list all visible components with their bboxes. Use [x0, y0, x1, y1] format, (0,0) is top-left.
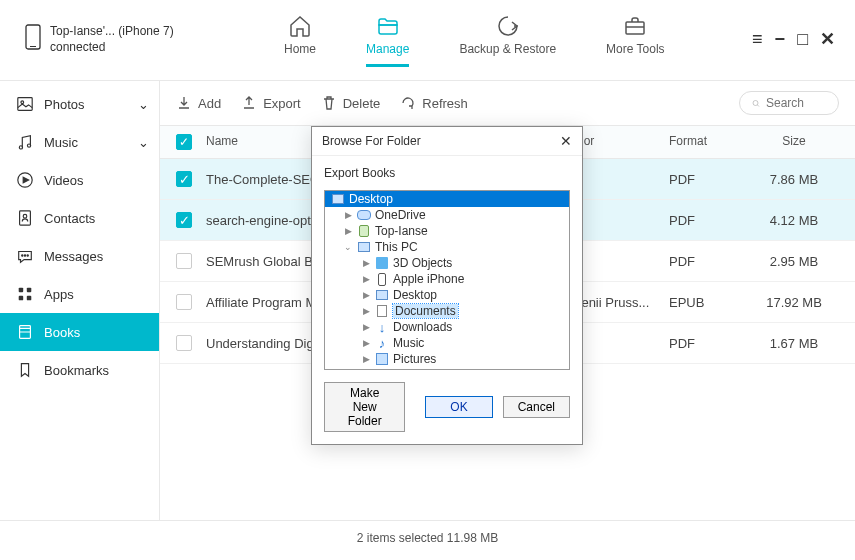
trash-icon	[321, 95, 337, 111]
apps-icon	[16, 285, 34, 303]
nav-backup-label: Backup & Restore	[459, 42, 556, 56]
sidebar-music-label: Music	[44, 135, 78, 150]
svg-point-6	[27, 144, 30, 147]
minimize-button[interactable]: −	[775, 29, 786, 50]
videos-icon	[16, 171, 34, 189]
cell-format: PDF	[669, 336, 749, 351]
nav-home[interactable]: Home	[284, 14, 316, 67]
contacts-icon	[16, 209, 34, 227]
nav-manage-label: Manage	[366, 42, 409, 56]
maximize-button[interactable]: □	[797, 29, 808, 50]
tree-node-3dobjects[interactable]: ▶3D Objects	[325, 255, 569, 271]
close-button[interactable]: ✕	[820, 28, 835, 50]
select-all-checkbox[interactable]: ✓	[176, 134, 192, 150]
search-input[interactable]	[766, 96, 826, 110]
toolbar: Add Export Delete Refresh	[160, 81, 855, 126]
sidebar-item-bookmarks[interactable]: Bookmarks	[0, 351, 159, 389]
sidebar-contacts-label: Contacts	[44, 211, 95, 226]
cell-format: EPUB	[669, 295, 749, 310]
svg-rect-14	[27, 288, 32, 293]
toolbox-icon	[623, 14, 647, 38]
sidebar-messages-label: Messages	[44, 249, 103, 264]
cell-size: 4.12 MB	[749, 213, 839, 228]
status-bar: 2 items selected 11.98 MB	[0, 520, 855, 555]
tree-node-documents[interactable]: ▶Documents	[325, 303, 569, 319]
refresh-icon	[400, 95, 416, 111]
svg-rect-16	[27, 296, 32, 301]
sidebar-item-apps[interactable]: Apps	[0, 275, 159, 313]
col-size[interactable]: Size	[749, 134, 839, 150]
folder-icon	[376, 14, 400, 38]
home-icon	[288, 14, 312, 38]
device-name: Top-Ianse'... (iPhone 7)	[50, 24, 174, 40]
svg-point-18	[753, 100, 758, 105]
tree-node-desktop[interactable]: ▶Desktop	[325, 287, 569, 303]
header: Top-Ianse'... (iPhone 7) connected Home …	[0, 0, 855, 80]
svg-point-11	[24, 255, 25, 256]
tree-node-onedrive[interactable]: ▶OneDrive	[325, 207, 569, 223]
download-arrow-icon: ↓	[375, 320, 389, 334]
ok-button[interactable]: OK	[425, 396, 492, 418]
svg-point-4	[21, 101, 24, 104]
dialog-close-button[interactable]: ✕	[560, 133, 572, 149]
sidebar: Photos ⌄ Music ⌄ Videos Contacts Message…	[0, 81, 160, 520]
tree-node-user[interactable]: ▶Top-Ianse	[325, 223, 569, 239]
tree-node-music[interactable]: ▶♪Music	[325, 335, 569, 351]
tree-node-downloads[interactable]: ▶↓Downloads	[325, 319, 569, 335]
row-checkbox[interactable]	[176, 253, 192, 269]
download-icon	[176, 95, 192, 111]
export-icon	[241, 95, 257, 111]
bookmarks-icon	[16, 361, 34, 379]
svg-rect-2	[626, 22, 644, 34]
chevron-down-icon: ⌄	[138, 135, 149, 150]
row-checkbox[interactable]: ✓	[176, 212, 192, 228]
export-button[interactable]: Export	[241, 95, 301, 111]
row-checkbox[interactable]	[176, 294, 192, 310]
sidebar-item-music[interactable]: Music ⌄	[0, 123, 159, 161]
sidebar-item-books[interactable]: Books	[0, 313, 159, 351]
add-button[interactable]: Add	[176, 95, 221, 111]
dialog-subtitle: Export Books	[312, 156, 582, 190]
menu-icon[interactable]: ≡	[752, 29, 763, 50]
music-note-icon: ♪	[375, 336, 389, 350]
cell-format: PDF	[669, 254, 749, 269]
nav-home-label: Home	[284, 42, 316, 56]
svg-rect-13	[19, 288, 24, 293]
dialog-title: Browse For Folder	[322, 134, 421, 148]
make-new-folder-button[interactable]: Make New Folder	[324, 382, 405, 432]
tree-node-thispc[interactable]: ⌄This PC	[325, 239, 569, 255]
sidebar-apps-label: Apps	[44, 287, 74, 302]
nav-manage[interactable]: Manage	[366, 14, 409, 67]
cell-size: 7.86 MB	[749, 172, 839, 187]
sidebar-bookmarks-label: Bookmarks	[44, 363, 109, 378]
refresh-button[interactable]: Refresh	[400, 95, 468, 111]
sidebar-photos-label: Photos	[44, 97, 84, 112]
svg-rect-3	[18, 98, 32, 111]
nav-tools-label: More Tools	[606, 42, 664, 56]
cell-size: 2.95 MB	[749, 254, 839, 269]
svg-point-12	[27, 255, 28, 256]
cancel-button[interactable]: Cancel	[503, 396, 570, 418]
svg-point-5	[19, 146, 22, 149]
sidebar-item-messages[interactable]: Messages	[0, 237, 159, 275]
cell-format: PDF	[669, 172, 749, 187]
sidebar-item-contacts[interactable]: Contacts	[0, 199, 159, 237]
sidebar-books-label: Books	[44, 325, 80, 340]
row-checkbox[interactable]: ✓	[176, 171, 192, 187]
cell-size: 1.67 MB	[749, 336, 839, 351]
search-box[interactable]	[739, 91, 839, 115]
nav-backup[interactable]: Backup & Restore	[459, 14, 556, 67]
delete-button[interactable]: Delete	[321, 95, 381, 111]
nav-tools[interactable]: More Tools	[606, 14, 664, 67]
sidebar-item-photos[interactable]: Photos ⌄	[0, 85, 159, 123]
sidebar-item-videos[interactable]: Videos	[0, 161, 159, 199]
tree-node-iphone[interactable]: ▶Apple iPhone	[325, 271, 569, 287]
chevron-down-icon: ⌄	[138, 97, 149, 112]
tree-node-pictures[interactable]: ▶Pictures	[325, 351, 569, 367]
col-format[interactable]: Format	[669, 134, 749, 150]
row-checkbox[interactable]	[176, 335, 192, 351]
folder-tree[interactable]: Desktop ▶OneDrive ▶Top-Ianse ⌄This PC ▶3…	[324, 190, 570, 370]
device-info: Top-Ianse'... (iPhone 7) connected	[24, 24, 204, 55]
search-icon	[752, 97, 760, 110]
tree-node-desktop-root[interactable]: Desktop	[325, 191, 569, 207]
